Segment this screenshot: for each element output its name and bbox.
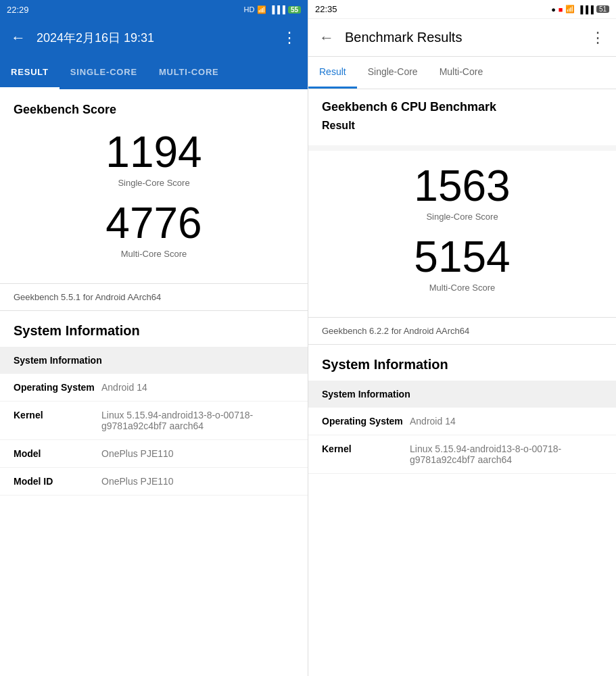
left-network-icon: HD: [244, 5, 255, 14]
right-divider-top: [308, 145, 616, 151]
right-result-sub: Result: [322, 120, 602, 132]
right-back-button[interactable]: ←: [319, 29, 334, 47]
left-more-button[interactable]: ⋮: [282, 29, 297, 47]
left-val-model-id: OnePlus PJE110: [101, 476, 294, 487]
right-val-kernel: Linux 5.15.94-android13-8-o-00718-g9781a…: [410, 443, 602, 465]
right-content: Geekbench 6 CPU Benchmark Result 1563 Si…: [308, 89, 616, 676]
right-signal-icon: ▐▐▐: [577, 5, 593, 14]
left-row-os: Operating System Android 14: [0, 374, 308, 402]
left-tab-multi-core[interactable]: MULTI-CORE: [148, 57, 230, 89]
left-sys-info-title: System Information: [0, 311, 308, 347]
left-row-model: Model OnePlus PJE110: [0, 440, 308, 468]
right-result-header: Geekbench 6 CPU Benchmark: [322, 100, 602, 114]
right-multi-score-block: 5154 Multi-Core Score: [322, 235, 602, 293]
right-sys-info-title: System Information: [308, 345, 616, 381]
left-battery: 55: [288, 6, 301, 14]
left-back-button[interactable]: ←: [11, 29, 26, 47]
right-tab-multi-core[interactable]: Multi-Core: [429, 56, 494, 89]
left-val-os: Android 14: [101, 382, 294, 393]
right-time: 22:35: [315, 4, 551, 14]
left-app-title: 2024年2月16日 19:31: [37, 30, 282, 46]
left-status-icons: HD 📶 ▐▐▐ 55: [244, 5, 301, 14]
left-key-os: Operating System: [14, 382, 101, 393]
left-wifi-icon: 📶: [257, 5, 266, 14]
right-score-section: 1563 Single-Core Score 5154 Multi-Core S…: [308, 151, 616, 317]
right-tab-single-core[interactable]: Single-Core: [357, 56, 429, 89]
right-red-icon: ■: [559, 5, 563, 14]
left-version-info: Geekbench 5.5.1 for Android AArch64: [0, 284, 308, 310]
left-tab-result[interactable]: RESULT: [0, 57, 60, 89]
right-val-os: Android 14: [410, 416, 602, 427]
right-key-os: Operating System: [322, 416, 410, 427]
left-multi-label: Multi-Core Score: [14, 249, 294, 259]
left-key-kernel: Kernel: [14, 410, 101, 431]
right-single-label: Single-Core Score: [322, 212, 602, 222]
left-val-kernel: Linux 5.15.94-android13-8-o-00718-g9781a…: [101, 410, 294, 431]
left-row-kernel: Kernel Linux 5.15.94-android13-8-o-00718…: [0, 402, 308, 440]
left-val-model: OnePlus PJE110: [101, 448, 294, 459]
left-time: 22:29: [7, 5, 244, 15]
right-dot-icon: ●: [551, 5, 556, 14]
left-panel: 22:29 HD 📶 ▐▐▐ 55 ← 2024年2月16日 19:31 ⋮ R…: [0, 0, 308, 676]
left-multi-score-block: 4776 Multi-Core Score: [14, 201, 294, 259]
left-row-model-id: Model ID OnePlus PJE110: [0, 468, 308, 496]
left-score-section: Geekbench Score 1194 Single-Core Score 4…: [0, 89, 308, 283]
right-row-kernel: Kernel Linux 5.15.94-android13-8-o-00718…: [308, 435, 616, 474]
right-status-icons: ● ■ 📶 ▐▐▐ 51: [551, 5, 609, 14]
right-tab-bar: Result Single-Core Multi-Core: [308, 57, 616, 89]
left-key-model-id: Model ID: [14, 476, 101, 487]
right-key-kernel: Kernel: [322, 443, 410, 465]
left-section-title: Geekbench Score: [14, 103, 294, 117]
right-multi-score: 5154: [322, 235, 602, 279]
right-result-header-wrap: Geekbench 6 CPU Benchmark Result: [308, 89, 616, 145]
right-tab-result[interactable]: Result: [308, 56, 357, 89]
right-battery: 51: [596, 5, 609, 13]
left-single-score: 1194: [14, 130, 294, 174]
left-tab-single-core[interactable]: SINGLE-CORE: [60, 57, 148, 89]
right-single-score: 1563: [322, 164, 602, 208]
right-wifi-icon: 📶: [565, 5, 575, 14]
right-panel: 22:35 ● ■ 📶 ▐▐▐ 51 ← Benchmark Results ⋮…: [308, 0, 616, 676]
right-multi-label: Multi-Core Score: [322, 283, 602, 293]
right-more-button[interactable]: ⋮: [590, 29, 605, 47]
left-app-bar: ← 2024年2月16日 19:31 ⋮: [0, 19, 308, 57]
right-app-bar: ← Benchmark Results ⋮: [308, 19, 616, 57]
left-single-score-block: 1194 Single-Core Score: [14, 130, 294, 188]
right-status-bar: 22:35 ● ■ 📶 ▐▐▐ 51: [308, 0, 616, 19]
left-key-model: Model: [14, 448, 101, 459]
right-single-score-block: 1563 Single-Core Score: [322, 164, 602, 222]
left-tab-bar: RESULT SINGLE-CORE MULTI-CORE: [0, 57, 308, 89]
left-signal-icon: ▐▐▐: [269, 5, 285, 14]
left-single-label: Single-Core Score: [14, 178, 294, 188]
left-content: Geekbench Score 1194 Single-Core Score 4…: [0, 89, 308, 676]
right-app-title: Benchmark Results: [345, 30, 590, 45]
left-sys-info-header: System Information: [0, 347, 308, 374]
left-multi-score: 4776: [14, 201, 294, 245]
left-status-bar: 22:29 HD 📶 ▐▐▐ 55: [0, 0, 308, 19]
right-version-info: Geekbench 6.2.2 for Android AArch64: [308, 318, 616, 344]
right-sys-info-header: System Information: [308, 381, 616, 408]
right-row-os: Operating System Android 14: [308, 408, 616, 435]
